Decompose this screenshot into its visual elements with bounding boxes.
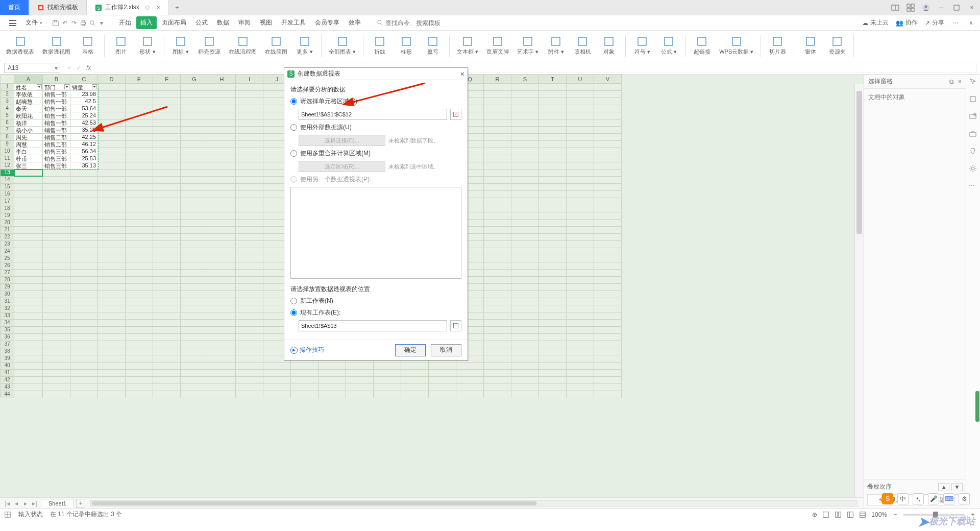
cell-V5[interactable]: [594, 112, 622, 119]
row-header-9[interactable]: 9: [0, 141, 14, 148]
cell-T37[interactable]: [539, 341, 567, 348]
cell-H19[interactable]: [208, 212, 236, 220]
cell-E17[interactable]: [126, 198, 153, 205]
cell-D13[interactable]: [98, 170, 126, 177]
cell-B41[interactable]: [43, 370, 70, 377]
cell-B23[interactable]: [43, 241, 70, 248]
cell-C11[interactable]: 25.53: [70, 155, 98, 162]
cell-S35[interactable]: [511, 327, 539, 334]
row-header-40[interactable]: 40: [0, 363, 14, 370]
row-header-11[interactable]: 11: [0, 155, 14, 162]
command-search-input[interactable]: [385, 18, 462, 28]
cell-V26[interactable]: [594, 262, 622, 270]
cell-D24[interactable]: [98, 248, 126, 255]
cell-A40[interactable]: [14, 363, 43, 370]
row-header-4[interactable]: 4: [0, 105, 14, 112]
cell-I16[interactable]: [236, 191, 263, 198]
row-header-1[interactable]: 1: [0, 84, 14, 91]
namebox-dropdown-icon[interactable]: ▾: [55, 64, 58, 71]
cell-V1[interactable]: [594, 84, 622, 91]
cell-U16[interactable]: [567, 191, 594, 198]
cell-E36[interactable]: [126, 334, 153, 341]
cell-C2[interactable]: 23.98: [70, 91, 98, 98]
cell-C29[interactable]: [70, 284, 98, 291]
ribbon-在线流程图[interactable]: 在线流程图: [226, 31, 260, 61]
cell-R17[interactable]: [484, 198, 511, 205]
cell-T11[interactable]: [539, 155, 567, 162]
cell-R10[interactable]: [484, 148, 511, 155]
cell-D11[interactable]: [98, 155, 126, 162]
cell-R36[interactable]: [484, 334, 511, 341]
cell-U7[interactable]: [567, 127, 594, 134]
avatar-icon[interactable]: [922, 4, 930, 12]
cell-A9[interactable]: 周慧: [14, 141, 43, 148]
cell-G19[interactable]: [181, 212, 208, 220]
cell-A10[interactable]: 李白: [14, 148, 43, 155]
cell-R28[interactable]: [484, 277, 511, 284]
cell-D18[interactable]: [98, 205, 126, 212]
cell-I37[interactable]: [236, 341, 263, 348]
cell-G8[interactable]: [181, 134, 208, 141]
cell-B5[interactable]: 销售一部: [43, 112, 70, 119]
cell-T18[interactable]: [539, 205, 567, 212]
cell-D21[interactable]: [98, 227, 126, 234]
cell-G7[interactable]: [181, 127, 208, 134]
ribbon-附件[interactable]: 附件 ▾: [544, 31, 568, 61]
cell-I32[interactable]: [236, 305, 263, 312]
cell-A32[interactable]: [14, 305, 43, 312]
cell-D6[interactable]: [98, 119, 126, 127]
cell-B27[interactable]: [43, 270, 70, 277]
cell-T12[interactable]: [539, 162, 567, 170]
cell-G27[interactable]: [181, 270, 208, 277]
cell-D38[interactable]: [98, 348, 126, 355]
cell-I2[interactable]: [236, 91, 263, 98]
cell-T30[interactable]: [539, 291, 567, 298]
cell-A17[interactable]: [14, 198, 43, 205]
cell-C12[interactable]: 35.13: [70, 162, 98, 170]
cell-E11[interactable]: [126, 155, 153, 162]
cell-T16[interactable]: [539, 191, 567, 198]
cell-F27[interactable]: [153, 270, 181, 277]
cell-L43[interactable]: [318, 384, 346, 391]
cell-R29[interactable]: [484, 284, 511, 291]
cell-V34[interactable]: [594, 320, 622, 327]
cell-S10[interactable]: [511, 148, 539, 155]
cell-G3[interactable]: [181, 98, 208, 105]
cell-I5[interactable]: [236, 112, 263, 119]
cell-G21[interactable]: [181, 227, 208, 234]
cell-E8[interactable]: [126, 134, 153, 141]
cell-U33[interactable]: [567, 312, 594, 320]
cell-I22[interactable]: [236, 234, 263, 241]
cell-I18[interactable]: [236, 205, 263, 212]
dialog-close-icon[interactable]: ×: [460, 70, 464, 78]
cell-I25[interactable]: [236, 255, 263, 262]
cell-A29[interactable]: [14, 284, 43, 291]
cell-E32[interactable]: [126, 305, 153, 312]
cell-G43[interactable]: [181, 384, 208, 391]
cell-I29[interactable]: [236, 284, 263, 291]
cell-A38[interactable]: [14, 348, 43, 355]
row-header-31[interactable]: 31: [0, 298, 14, 305]
ribbon-数据透视表[interactable]: 数据透视表: [3, 31, 37, 61]
cell-H1[interactable]: [208, 84, 236, 91]
cell-I10[interactable]: [236, 148, 263, 155]
cell-I24[interactable]: [236, 248, 263, 255]
cell-F1[interactable]: [153, 84, 181, 91]
cell-U37[interactable]: [567, 341, 594, 348]
cell-F38[interactable]: [153, 348, 181, 355]
cell-R5[interactable]: [484, 112, 511, 119]
cell-E33[interactable]: [126, 312, 153, 320]
cell-T44[interactable]: [539, 391, 567, 398]
stats-icon[interactable]: ⊕: [812, 511, 817, 518]
cell-E21[interactable]: [126, 227, 153, 234]
cell-T22[interactable]: [539, 234, 567, 241]
cell-B22[interactable]: [43, 234, 70, 241]
cell-G9[interactable]: [181, 141, 208, 148]
sheet-nav-first-icon[interactable]: |◂: [3, 499, 11, 508]
cell-H24[interactable]: [208, 248, 236, 255]
cell-G24[interactable]: [181, 248, 208, 255]
cell-G12[interactable]: [181, 162, 208, 170]
cell-D29[interactable]: [98, 284, 126, 291]
cell-H14[interactable]: [208, 177, 236, 184]
cell-V36[interactable]: [594, 334, 622, 341]
